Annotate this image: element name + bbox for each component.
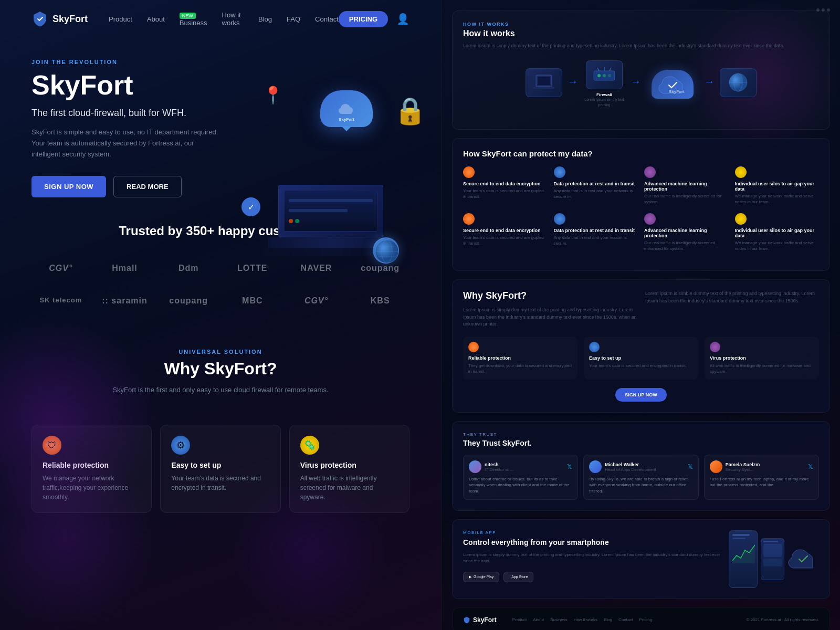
testimonials-section: THEY TRUST They Trust SkyFort. nitesh IT…: [452, 421, 830, 511]
footer-logo: SkyFort: [463, 616, 497, 624]
nav-blog[interactable]: Blog: [258, 15, 272, 23]
testimonial-name-2: Michael Walker: [605, 462, 656, 467]
how-it-works-section: HOW IT WORKS How it works Lorem ipsum is…: [452, 10, 830, 130]
why-feat-icon-2: [589, 342, 600, 352]
svg-point-11: [608, 74, 611, 77]
brand-cgv-1: CGV°: [32, 257, 90, 279]
prot-icon-7: [644, 213, 656, 225]
testimonial-header-2: Michael Walker Head of Apps Development …: [589, 460, 692, 473]
how-skyfort-section: How SkyFort can protect my data? Secure …: [452, 138, 830, 271]
diagram-laptop: [526, 68, 562, 100]
app-store-button[interactable]: App Store: [503, 572, 533, 582]
google-play-icon: ▶: [469, 575, 471, 579]
laptop-icon: [526, 68, 562, 97]
firewall-label: Firewall: [583, 92, 625, 97]
prot-icon-4: [735, 166, 747, 178]
twitter-icon-1: 𝕏: [567, 463, 572, 470]
signup-small-button[interactable]: SIGN UP NOW: [615, 388, 666, 402]
nav-business[interactable]: NEW Business: [180, 11, 207, 27]
feature-card-3: 🦠 Virus protection All web traffic is in…: [289, 425, 410, 513]
prot-title-8: Individual user silos to air gap your da…: [735, 228, 820, 238]
svg-line-12: [597, 68, 599, 71]
footer-link-business[interactable]: Business: [550, 617, 567, 622]
nav-right: PRICING 👤: [339, 11, 410, 27]
section-label: UNIVERSAL SOLUTION: [32, 349, 410, 355]
prot-desc-4: We manage your network traffic and serve…: [735, 193, 820, 205]
left-panel: SkyFort Product About NEW Business How i…: [0, 0, 441, 630]
svg-line-14: [610, 68, 611, 71]
nav-contact[interactable]: Contact: [315, 15, 339, 23]
hero-section: JOIN THE REVOLUTION SkyFort The first cl…: [0, 38, 441, 197]
prot-title-5: Secure end to end data encryption: [463, 228, 548, 233]
footer-logo-icon: [463, 616, 470, 624]
footer-link-contact[interactable]: Contact: [618, 617, 633, 622]
why-feat-title-2: Easy to set up: [589, 355, 693, 361]
feature-desc-2: Your team's data is secured and encrypte…: [171, 474, 269, 492]
prot-item-5: Secure end to end data encryption Your t…: [463, 213, 548, 251]
why-feat-2: Easy to set up Your team's data is secur…: [584, 337, 698, 380]
feature-title-1: Reliable protection: [43, 461, 141, 469]
why-feat-desc-1: They get download, your data is secured …: [468, 363, 572, 374]
testimonial-role-1: IT Director at ...: [485, 467, 513, 472]
readmore-button[interactable]: READ MORE: [113, 176, 181, 197]
cloud-shape: SkyFort: [652, 70, 694, 99]
testimonial-name-1: nitesh: [485, 462, 513, 467]
footer-link-about[interactable]: About: [533, 617, 544, 622]
arrow-1: →: [568, 76, 578, 88]
diagram-cloud: SkyFort: [646, 63, 699, 105]
svg-rect-6: [538, 77, 550, 85]
globe-diagram-icon: [720, 68, 757, 97]
footer-links: Product About Business How it works Blog…: [512, 617, 747, 622]
brand-hmall: Hmall: [96, 257, 154, 279]
footer-copyright: © 2021 Fortress.ai · All rights reserved…: [747, 617, 819, 622]
footer-link-pricing[interactable]: Pricing: [639, 617, 652, 622]
why-right-desc1: Lorem Ipsum is simply dummy text of the …: [463, 307, 637, 328]
nav-product[interactable]: Product: [109, 15, 132, 23]
nav-about[interactable]: About: [147, 15, 165, 23]
user-icon[interactable]: 👤: [396, 13, 410, 25]
mobile-app-section: MOBILE APP Control everything from your …: [452, 519, 830, 599]
feature-card-2: ⚙ Easy to set up Your team's data is sec…: [160, 425, 280, 513]
hero-label: JOIN THE REVOLUTION: [32, 59, 410, 65]
how-diagram: → Firewall: [463, 50, 819, 119]
mobile-content: MOBILE APP Control everything from your …: [463, 530, 720, 588]
svg-text:SkyFort: SkyFort: [669, 89, 685, 94]
footer-link-howworks[interactable]: How it works: [574, 617, 597, 622]
logo[interactable]: SkyFort: [32, 10, 88, 27]
why-title: Why SkyFort?: [32, 359, 410, 379]
prot-title-4: Individual user silos to air gap your da…: [735, 181, 820, 192]
prot-item-6: Data protection at rest and in transit A…: [554, 213, 638, 251]
store-buttons: ▶ Google Play App Store: [463, 572, 720, 582]
nav-faq[interactable]: FAQ: [287, 15, 300, 23]
testimonial-header-3: Pamela Suelzm Security Syst... 𝕏: [710, 460, 813, 473]
nav-badge: NEW: [180, 13, 196, 19]
prot-desc-3: Our real traffic is intelligently screen…: [644, 193, 729, 205]
svg-rect-7: [533, 87, 554, 89]
prot-item-7: Advanced machine learning protection Our…: [644, 213, 729, 251]
brand-kbs: KBS: [351, 290, 410, 312]
prot-item-2: Data protection at rest and in transit A…: [554, 166, 638, 205]
feature-icon-virus: 🦠: [300, 436, 319, 455]
nav-howworks[interactable]: How it works: [222, 11, 244, 27]
right-content: HOW IT WORKS How it works Lorem ipsum is…: [442, 0, 840, 630]
why-right-desc2: Lorem ipsum is simble dummy text of the …: [645, 290, 819, 304]
pricing-button[interactable]: PRICING: [339, 11, 388, 27]
dots-decoration: [816, 8, 830, 12]
footer-link-product[interactable]: Product: [512, 617, 527, 622]
prot-item-3: Advanced machine learning protection Our…: [644, 166, 729, 205]
how-skyfort-title: How SkyFort can protect my data?: [463, 149, 819, 158]
prot-title-6: Data protection at rest and in transit: [554, 228, 638, 233]
testimonial-role-3: Security Syst...: [726, 467, 760, 472]
footer-link-blog[interactable]: Blog: [604, 617, 612, 622]
testimonial-1: nitesh IT Director at ... 𝕏 Using about …: [463, 455, 578, 500]
why-section: UNIVERSAL SOLUTION Why SkyFort? SkyFort …: [0, 328, 441, 425]
signup-button[interactable]: SIGN UP NOW: [32, 176, 106, 197]
why-right-title: Why SkyFort?: [463, 290, 637, 301]
feature-icon-shield: 🛡: [43, 436, 61, 455]
globe-icon: [373, 237, 399, 264]
google-play-button[interactable]: ▶ Google Play: [463, 572, 499, 582]
mobile-screenshots: [729, 530, 819, 588]
phone-screen-1: [729, 530, 758, 588]
prot-title-7: Advanced machine learning protection: [644, 228, 729, 238]
why-feat-desc-2: Your team's data is secured and encrypte…: [589, 363, 693, 369]
